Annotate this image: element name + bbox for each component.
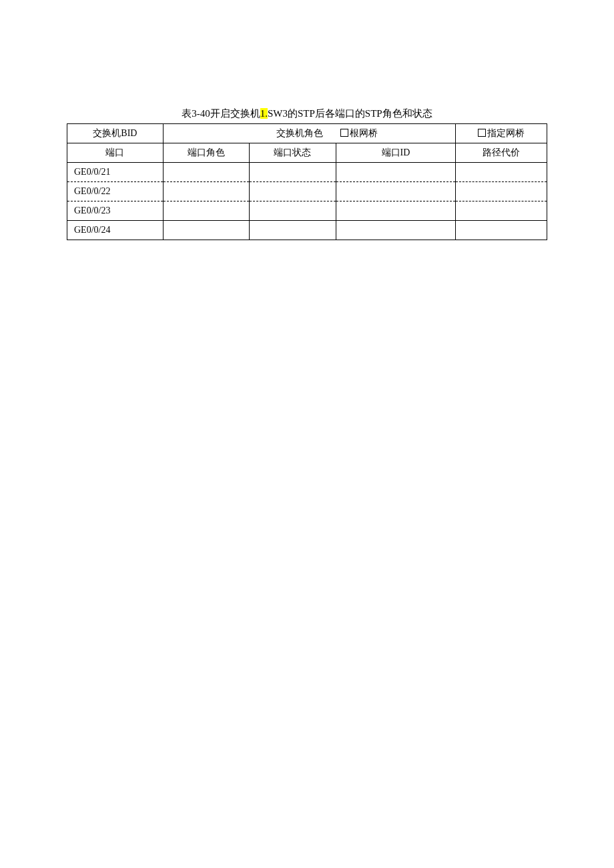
path-cost-cell	[456, 182, 547, 201]
checkbox-icon	[478, 129, 486, 137]
caption-prefix: 表3-40开启交换机	[182, 108, 260, 119]
port-id-cell	[336, 163, 456, 182]
port-name: GE0/0/22	[67, 182, 164, 201]
table-row: GE0/0/22	[67, 182, 547, 201]
switch-role-label: 交换机角色	[170, 127, 324, 139]
caption-suffix: SW3的STP后各端口的STP角色和状态	[268, 108, 432, 119]
port-state-cell	[250, 221, 336, 240]
switch-bid-label: 交换机BID	[67, 124, 164, 143]
header-port-role: 端口角色	[163, 143, 249, 163]
designated-bridge-option: 指定网桥	[456, 124, 547, 143]
port-role-cell	[163, 201, 249, 221]
port-role-cell	[163, 182, 249, 201]
table-row: 端口 端口角色 端口状态 端口ID 路径代价	[67, 143, 547, 163]
stp-table: 交换机BID 交换机角色 根网桥 指定网桥 端口 端口角色 端口状态 端口ID …	[67, 123, 547, 240]
port-id-cell	[336, 201, 456, 221]
designated-bridge-label: 指定网桥	[487, 128, 525, 138]
port-state-cell	[250, 163, 336, 182]
checkbox-icon	[340, 129, 348, 137]
path-cost-cell	[456, 163, 547, 182]
port-name: GE0/0/24	[67, 221, 164, 240]
caption-highlight: 1.	[260, 108, 268, 119]
switch-role-cell: 交换机角色 根网桥	[163, 124, 456, 143]
port-role-cell	[163, 221, 249, 240]
port-state-cell	[250, 201, 336, 221]
port-name: GE0/0/23	[67, 201, 164, 221]
path-cost-cell	[456, 201, 547, 221]
port-name: GE0/0/21	[67, 163, 164, 182]
root-bridge-label: 根网桥	[350, 128, 378, 138]
header-port: 端口	[67, 143, 164, 163]
table-row: GE0/0/24	[67, 221, 547, 240]
port-id-cell	[336, 182, 456, 201]
port-role-cell	[163, 163, 249, 182]
header-port-id: 端口ID	[336, 143, 456, 163]
path-cost-cell	[456, 221, 547, 240]
header-port-state: 端口状态	[250, 143, 336, 163]
table-row: 交换机BID 交换机角色 根网桥 指定网桥	[67, 124, 547, 143]
root-bridge-option: 根网桥	[326, 127, 432, 139]
table-row: GE0/0/23	[67, 201, 547, 221]
table-caption: 表3-40开启交换机1.SW3的STP后各端口的STP角色和状态	[67, 107, 547, 121]
table-row: GE0/0/21	[67, 163, 547, 182]
header-path-cost: 路径代价	[456, 143, 547, 163]
port-id-cell	[336, 221, 456, 240]
port-state-cell	[250, 182, 336, 201]
